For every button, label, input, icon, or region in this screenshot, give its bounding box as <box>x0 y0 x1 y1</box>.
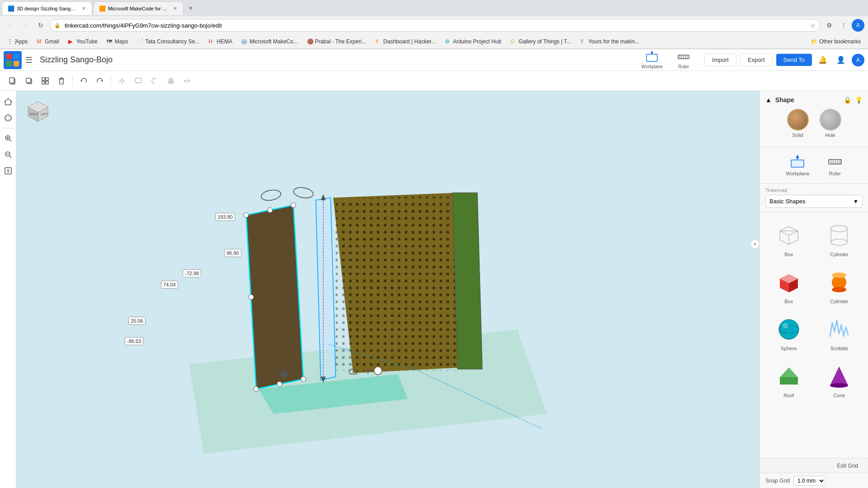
delete-button[interactable] <box>54 74 69 88</box>
bookmark-youtube[interactable]: ▶ YouTube <box>65 37 101 46</box>
svg-point-68 <box>277 382 282 387</box>
lock-icon: 🔒 <box>54 23 61 28</box>
bookmark-apps[interactable]: ⋮⋮ Apps <box>4 37 31 46</box>
address-bar-input[interactable] <box>50 19 820 32</box>
toolbar-separator-2 <box>111 75 111 86</box>
shape-scribble[interactable]: Scribble <box>816 311 863 355</box>
solid-option[interactable]: Solid <box>787 109 809 138</box>
library-dropdown[interactable]: Basic Shapes ▼ <box>765 195 863 208</box>
svg-point-118 <box>830 383 848 388</box>
tinkercad-logo[interactable] <box>4 51 22 69</box>
user-avatar[interactable]: A <box>852 54 864 66</box>
bookmark-arduino[interactable]: ⚙ Arduino Project Hub <box>441 37 505 46</box>
svg-marker-32 <box>137 83 138 84</box>
tab-favicon-2: 🟧 <box>99 5 105 12</box>
light-icon[interactable] <box>115 74 129 88</box>
mirror-icon[interactable] <box>180 74 194 88</box>
import-button[interactable]: Import <box>704 53 736 66</box>
shapes-grid: Box Cylinder <box>764 216 864 404</box>
forward-button[interactable]: → <box>19 19 32 32</box>
browser-action-icons: ⚙ ⋮ A <box>823 19 864 32</box>
workplane-tool-label: Workplane <box>786 171 809 176</box>
svg-marker-115 <box>780 367 798 377</box>
cylinder-orange-label: Cylinder <box>830 299 848 304</box>
svg-rect-14 <box>9 78 14 83</box>
shape-cylinder-orange[interactable]: Cylinder <box>816 264 863 308</box>
light-panel-icon[interactable]: 💡 <box>855 96 863 103</box>
comment-icon[interactable] <box>131 74 146 88</box>
bookmark-hema[interactable]: H HEMA <box>205 37 236 46</box>
user-add-icon[interactable]: 👤 <box>834 53 848 67</box>
align-icon[interactable] <box>164 74 178 88</box>
bookmark-youtube-label: YouTube <box>76 38 98 45</box>
svg-marker-117 <box>830 366 848 385</box>
bookmark-tata[interactable]: 📄 Tata Consultancy Se... <box>133 37 203 46</box>
shape-box-wire[interactable]: Box <box>765 217 812 261</box>
new-tab-button[interactable]: + <box>184 2 197 14</box>
measurement-6: -86.53 <box>125 337 143 345</box>
shape-box-red[interactable]: Box <box>765 264 812 308</box>
back-button[interactable]: ← <box>4 19 16 32</box>
ruler-tool-button[interactable]: Ruler <box>821 151 849 180</box>
hole-circle[interactable] <box>820 109 841 131</box>
bookmark-gallery[interactable]: G Gallery of Things | T... <box>507 37 575 46</box>
bookmark-gallery-label: Gallery of Things | T... <box>519 38 571 45</box>
home-sidebar-icon[interactable] <box>1 94 15 109</box>
solid-circle[interactable] <box>787 109 809 131</box>
box-wire-label: Box <box>784 252 793 257</box>
prabal-favicon: 🟤 <box>307 38 313 45</box>
notifications-icon[interactable]: 🔔 <box>816 53 830 67</box>
bookmark-star-icon[interactable]: ☆ <box>810 22 816 29</box>
hamburger-icon[interactable]: ☰ <box>25 55 33 65</box>
extensions-icon[interactable]: ⚙ <box>823 19 835 32</box>
shape-cylinder-wire[interactable]: Cylinder <box>816 217 863 261</box>
panel-collapse-icon[interactable]: ▲ <box>765 96 772 103</box>
redo-button[interactable] <box>93 74 107 88</box>
tab-close-2[interactable]: ✕ <box>172 5 178 12</box>
svg-rect-3 <box>14 61 19 66</box>
hole-option[interactable]: Hole <box>820 109 841 138</box>
export-button[interactable]: Export <box>740 53 773 66</box>
rotate-icon[interactable] <box>147 74 162 88</box>
bookmark-prabal[interactable]: 🟤 Prabal - The Experi... <box>303 37 370 46</box>
workplane-button[interactable]: Workplane <box>637 49 666 71</box>
measurement-1: 193.80 <box>215 213 235 221</box>
tata-favicon: 📄 <box>137 38 143 45</box>
shape-sphere[interactable]: Sphere <box>765 311 812 355</box>
bookmark-apps-label: Apps <box>15 38 28 45</box>
bookmarks-bar: ⋮⋮ Apps M Gmail ▶ YouTube 🗺 Maps 📄 Tata … <box>0 34 868 49</box>
duplicate-button[interactable] <box>22 74 36 88</box>
send-to-button[interactable]: Send To <box>776 54 812 66</box>
profile-icon[interactable]: A <box>852 19 864 32</box>
bookmark-gmail[interactable]: M Gmail <box>33 37 62 46</box>
lock-panel-icon[interactable]: 🔒 <box>844 96 851 103</box>
bookmark-maps[interactable]: 🗺 Maps <box>103 37 132 46</box>
copy-button[interactable] <box>5 74 20 88</box>
reload-button[interactable]: ↻ <box>34 19 47 32</box>
zoom-in-icon[interactable] <box>1 131 15 145</box>
group-button[interactable] <box>38 74 52 88</box>
workplane-tool-button[interactable]: Workplane <box>778 151 816 180</box>
browser-tab-2[interactable]: 🟧 Microsoft MakeCode for micro:... ✕ <box>93 1 184 15</box>
shape-roof[interactable]: Roof <box>765 358 812 402</box>
bookmark-yours[interactable]: Y Yours for the makin... <box>576 37 643 46</box>
shape-cone[interactable]: Cone <box>816 358 863 402</box>
orbit-sidebar-icon[interactable] <box>1 111 15 125</box>
edit-grid-button[interactable]: Edit Grid <box>832 461 863 471</box>
tab-close-1[interactable]: ✕ <box>81 5 86 12</box>
cylinder-wire-label: Cylinder <box>830 252 848 257</box>
bookmark-dashboard[interactable]: Y Dashboard | Hacker... <box>372 37 439 46</box>
cylinder-orange-thumb <box>825 268 854 297</box>
snap-grid-select[interactable]: 1.0 mm 0.5 mm 2.0 mm <box>793 476 826 486</box>
undo-button[interactable] <box>76 74 91 88</box>
box-red-label: Box <box>784 299 793 304</box>
ruler-button[interactable]: Ruler <box>674 49 693 71</box>
zoom-out-icon[interactable] <box>1 147 15 162</box>
browser-menu-icon[interactable]: ⋮ <box>837 19 850 32</box>
browser-tab-1[interactable]: 🟦 3D design Sizzling Sango-Bojo | ✕ <box>2 1 92 15</box>
other-bookmarks[interactable]: 📁 Other bookmarks <box>807 37 864 46</box>
fit-view-icon[interactable] <box>1 164 15 178</box>
svg-marker-91 <box>796 155 799 158</box>
canvas-area[interactable]: BACK LEFT <box>16 91 760 488</box>
bookmark-makecode[interactable]: Ⓜ Microsoft MakeCo... <box>238 37 302 46</box>
